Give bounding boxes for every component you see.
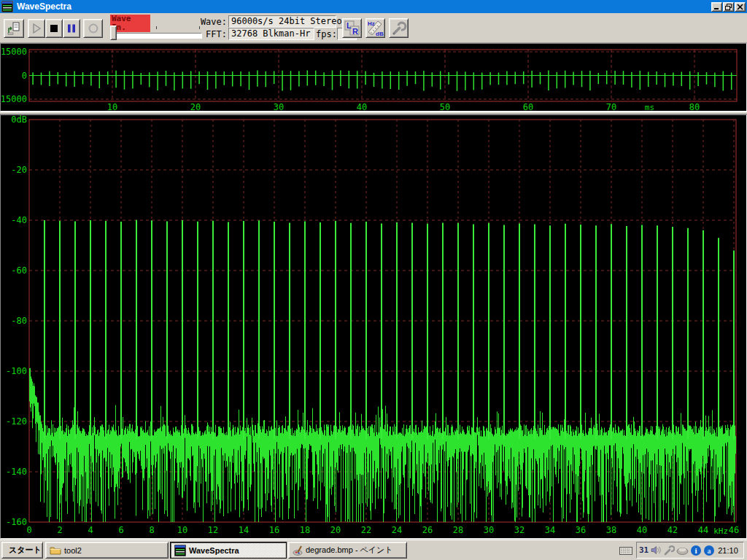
play-button[interactable]: [28, 19, 45, 38]
svg-text:40: 40: [357, 102, 367, 111]
svg-text:80: 80: [689, 102, 700, 111]
svg-text:-40: -40: [11, 215, 27, 225]
position-slider-thumb[interactable]: [110, 26, 117, 40]
settings-button[interactable]: [389, 18, 409, 38]
fft-settings-value: 32768 Blkman-Hr: [228, 28, 314, 40]
svg-text:0: 0: [26, 525, 31, 535]
svg-text:70: 70: [606, 102, 616, 111]
stop-button[interactable]: [45, 19, 63, 38]
svg-text:-80: -80: [11, 316, 27, 326]
svg-text:10: 10: [177, 525, 187, 535]
svg-text:34: 34: [545, 525, 555, 535]
stop-icon: [47, 22, 61, 35]
wavespectra-window: WaveSpectra: [0, 0, 747, 560]
spectrum-chart: 0246810121416182022242628303234363840424…: [1, 115, 746, 538]
svg-text:22: 22: [361, 525, 371, 535]
play-icon: [30, 22, 43, 35]
hz-db-scale-button[interactable]: Hz dB: [365, 18, 385, 38]
task-button-paint[interactable]: degrade.bmp - ペイント: [288, 542, 407, 559]
info-circle-icon[interactable]: i: [690, 545, 702, 556]
task-button-tool2[interactable]: tool2: [45, 542, 169, 559]
svg-text:0dB: 0dB: [11, 115, 27, 125]
open-file-icon: [7, 21, 21, 36]
svg-text:40: 40: [637, 525, 647, 535]
fft-settings-label: FFT:: [183, 29, 227, 39]
svg-text:kHz: kHz: [713, 526, 728, 536]
svg-text:12: 12: [208, 525, 218, 535]
pause-button[interactable]: [63, 19, 80, 38]
task-label: degrade.bmp - ペイント: [306, 545, 393, 556]
task-button-wavespectra[interactable]: WaveSpectra: [170, 542, 287, 559]
svg-text:a: a: [708, 547, 711, 555]
svg-text:-120: -120: [6, 416, 27, 427]
record-button[interactable]: [83, 19, 103, 38]
svg-text:ms: ms: [645, 103, 654, 111]
hz-db-scale-icon: Hz dB: [367, 20, 384, 36]
svg-text:-60: -60: [11, 265, 27, 276]
svg-text:-20: -20: [11, 165, 27, 175]
start-label: スタート: [9, 545, 42, 556]
lr-channel-button[interactable]: L R: [342, 18, 362, 38]
close-icon: [737, 4, 743, 10]
toolbar: Wave In. Wave: 96000s/s 24bit Stereo FFT…: [0, 13, 747, 43]
slider-tick: [156, 26, 157, 29]
svg-text:42: 42: [667, 525, 678, 535]
waveform-panel: 1020304050607080ms150000-15000: [0, 43, 747, 112]
svg-text:14: 14: [239, 525, 249, 535]
svg-text:4: 4: [88, 525, 93, 535]
wavespectra-app-icon: [174, 545, 186, 556]
svg-text:R: R: [352, 27, 358, 36]
titlebar: WaveSpectra: [0, 0, 747, 13]
volume-icon[interactable]: [650, 545, 662, 556]
svg-text:2: 2: [57, 525, 62, 535]
fps-label: fps:: [316, 29, 337, 39]
task-label: WaveSpectra: [189, 546, 239, 555]
svg-text:28: 28: [453, 525, 463, 535]
folder-icon: [50, 545, 61, 555]
wave-format-value: 96000s/s 24bit Stereo: [228, 15, 336, 28]
svg-text:46: 46: [729, 525, 739, 535]
svg-text:i: i: [695, 546, 697, 555]
taskbar: スタート tool2 WaveSpectra: [0, 540, 747, 560]
svg-text:15000: 15000: [1, 47, 27, 57]
svg-text:36: 36: [576, 525, 586, 535]
svg-text:16: 16: [269, 525, 279, 535]
svg-text:38: 38: [606, 525, 616, 535]
wavespectra-app-icon: [1, 1, 13, 12]
svg-text:60: 60: [523, 102, 533, 111]
svg-text:Hz: Hz: [368, 20, 375, 27]
svg-text:L: L: [347, 21, 352, 30]
svg-text:20: 20: [330, 525, 341, 535]
ime-31-badge[interactable]: 31: [639, 545, 649, 555]
tray-clock[interactable]: 21:10: [718, 546, 738, 555]
svg-text:26: 26: [422, 525, 433, 535]
svg-text:-15000: -15000: [1, 94, 27, 104]
close-button[interactable]: [735, 2, 746, 12]
ime-a-circle-icon[interactable]: a: [703, 545, 715, 556]
svg-text:18: 18: [300, 525, 310, 535]
svg-text:10: 10: [107, 102, 117, 111]
svg-text:44: 44: [698, 525, 708, 535]
window-title: WaveSpectra: [17, 0, 711, 13]
svg-text:6: 6: [118, 525, 123, 535]
wrench-settings-icon: [390, 20, 407, 36]
wave-format-label: Wave:: [183, 17, 227, 27]
minimize-button[interactable]: [711, 2, 722, 12]
restore-button[interactable]: [723, 2, 734, 12]
record-icon: [87, 22, 100, 35]
open-file-button[interactable]: [4, 19, 24, 38]
pause-icon: [65, 22, 78, 35]
svg-text:-160: -160: [6, 517, 27, 527]
minimize-icon: [713, 4, 720, 10]
svg-text:24: 24: [392, 525, 402, 535]
tool-icon[interactable]: [663, 545, 675, 556]
lr-channel-icon: L R: [344, 20, 360, 36]
keyboard-icon[interactable]: [619, 545, 632, 556]
paint-icon: [293, 545, 303, 556]
waveform-chart: 1020304050607080ms150000-15000: [1, 44, 746, 111]
svg-text:8: 8: [149, 525, 154, 535]
start-button[interactable]: スタート: [1, 542, 43, 559]
svg-text:-140: -140: [6, 467, 27, 477]
device-icon[interactable]: [676, 545, 689, 556]
svg-text:20: 20: [190, 102, 201, 111]
